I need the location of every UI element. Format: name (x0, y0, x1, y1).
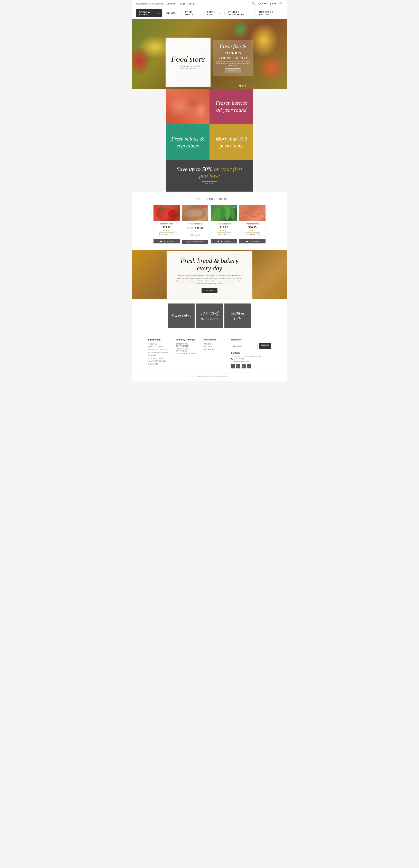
footer-link-advanced-search[interactable]: ADVANCED SEARCH (148, 360, 172, 362)
products-grid: Fresh tomatoes $19.72 ★★★★☆ add to cart … (136, 205, 283, 244)
my-wishlist-link[interactable]: My Wishlist (151, 2, 163, 5)
subscribe-input[interactable] (231, 343, 258, 349)
footer-link-privacy[interactable]: PRIVACY POLICY (148, 346, 172, 348)
footer-why-title: Why buy from us: (176, 338, 199, 341)
my-account-link[interactable]: My Account (136, 2, 148, 5)
nav-item-fresh-meats[interactable]: Fresh Meats (182, 9, 203, 17)
product-price-steak: $25.25 (195, 226, 203, 229)
product-price-old-steak: $28.90 (187, 227, 193, 229)
footer-link-delivery[interactable]: DELIVERY INFORMATION (148, 351, 172, 353)
wishlist-label-steak: add to wishlist (193, 241, 203, 243)
footer-account-title: My account: (203, 338, 227, 341)
compare-icon-tomatoes[interactable]: ⇄ (160, 240, 162, 242)
compare-icon-shrimps[interactable]: ⇄ (246, 240, 248, 242)
cart-icon[interactable]: 🛒 (279, 2, 283, 5)
footer-copyright: © 2016 Magento Demo Store. All Rights Re… (136, 373, 283, 377)
wishlist-icon-shrimps[interactable]: ♥ (249, 240, 250, 242)
add-to-cart-cucumbers[interactable]: add to cart 🛒 (217, 232, 231, 236)
main-nav: Bread & Bakery ▾ | Drinks ▾ | Fresh Meat… (132, 7, 287, 19)
product-card-steak: sale Frozen pork steak $28.90 $25.25 ★★★… (182, 205, 208, 244)
category-blocks: Sweet cakes 30 kinds of ice creams Sushi… (132, 300, 287, 332)
checkout-link[interactable]: Checkout (167, 2, 176, 5)
blog-link[interactable]: Blog (189, 2, 194, 5)
product-stars-cucumbers: ★★★★☆ (212, 229, 236, 231)
wishlist-icon-steak[interactable]: ♥ (190, 241, 191, 243)
category-block-ice-cream[interactable]: 30 kinds of ice creams (196, 304, 223, 328)
carousel-dot-2[interactable] (242, 85, 244, 87)
footer-link-search-terms[interactable]: SEARCH TERMS (148, 357, 172, 359)
product-actions-steak: ⇄ ♥ add to wishlist (182, 240, 208, 244)
footer-contact-phone: 📞 8-423-555-20-14 (231, 358, 271, 360)
bakery-banner: Fresh bread & bakery every day Lorem ips… (132, 250, 287, 300)
compare-label-cucumbers: compare (223, 240, 230, 242)
category-label-cakes: Sweet cakes (172, 313, 191, 318)
add-to-cart-steak[interactable]: add to cart 🛒 (188, 233, 202, 237)
footer-link-satisfaction[interactable]: SATISFACTION GUARANTEED (176, 343, 199, 347)
bakery-button[interactable]: click here > (202, 288, 217, 293)
carousel-dot-1[interactable] (239, 85, 241, 87)
hero-fish-description: Lorem dolor sit amctconsectetur adipisci… (216, 60, 250, 66)
subscribe-button[interactable]: subscribe > (259, 343, 271, 349)
social-linkedin[interactable]: in (242, 364, 246, 368)
bakery-title: Fresh bread & bakery every day (175, 257, 244, 272)
hero-fish-button[interactable]: click here > (225, 68, 241, 73)
category-block-sushi[interactable]: Sushi & rolls (225, 304, 251, 328)
promo-cell-salads[interactable]: Fresh salads & vegetables (166, 124, 210, 160)
currency-select[interactable]: $ ▾ (269, 2, 276, 5)
compare-icon-cucumbers[interactable]: ⇄ (217, 240, 219, 242)
language-select[interactable]: EN ▾ (258, 2, 267, 5)
promo-cell-pasta[interactable]: More than 300 pasta items (210, 124, 253, 160)
promo-grid: Frozen berries all year round Fresh sala… (166, 89, 253, 160)
compare-icon-steak[interactable]: ⇄ (187, 241, 189, 243)
featured-section: FEATURED PRODUCTS: Fresh tomatoes $ (132, 192, 287, 250)
top-bar-links: My Account | My Wishlist | Checkout | Lo… (136, 2, 194, 5)
hero-subtitle: THE BEST YOU CAN FIND ON THE WEB (175, 65, 202, 69)
footer-col-newsletter: Newsletter: subscribe > Contacts: 📍 57/5… (231, 338, 271, 368)
wishlist-icon-cucumbers[interactable]: ♥ (221, 240, 222, 242)
nav-item-fresh-fish[interactable]: Fresh Fish ▾ (204, 9, 224, 17)
wishlist-icon-tomatoes[interactable]: ♥ (163, 240, 165, 242)
product-price-row-steak: $28.90 $25.25 (183, 226, 207, 229)
product-name-shrimps: Frozen shrimps (241, 223, 264, 225)
footer-contact-address: 📍 57/5 Manners Street Daegu City 758 (231, 355, 271, 358)
promo-cell-salmon[interactable] (166, 89, 210, 124)
add-to-cart-tomatoes[interactable]: add to cart 🛒 (159, 232, 174, 236)
carousel-dot-3[interactable] (245, 85, 246, 87)
footer-link-contacts[interactable]: CONTACTS (148, 363, 172, 365)
footer-columns: Information: ABOUT US PRIVACY POLICY PRO… (148, 338, 271, 368)
footer-contacts: Contacts: 📍 57/5 Manners Street Daegu Ci… (231, 352, 271, 363)
category-block-cakes[interactable]: Sweet cakes (168, 304, 194, 328)
bakery-white-box: Fresh bread & bakery every day Lorem ips… (167, 251, 252, 299)
svg-point-10 (225, 207, 231, 220)
nav-item-fruits-vegetables[interactable]: Fruits & Vegetables (225, 9, 255, 17)
search-icon[interactable]: 🔍 (252, 2, 255, 5)
save-button[interactable]: click here > (202, 181, 217, 186)
social-twitter[interactable]: t (247, 364, 251, 368)
footer-link-orders[interactable]: ORDERS (203, 343, 227, 345)
add-to-cart-shrimps[interactable]: add to cart 🛒 (245, 232, 260, 236)
promo-cell-berries[interactable]: Frozen berries all year round (210, 89, 253, 124)
footer-link-profile[interactable]: MY PROFILE (203, 349, 227, 351)
bakery-description: Lorem ipsum dolor sit amctconsectetur ad… (175, 275, 244, 285)
footer-link-brands[interactable]: BRANDS (148, 354, 172, 356)
footer-link-money-back[interactable]: MONEY BACK GUARANTEE (176, 348, 199, 352)
login-link[interactable]: Login (180, 2, 186, 5)
shrimp-illustration (239, 205, 266, 221)
social-google-plus[interactable]: g+ (236, 364, 240, 368)
nav-item-bread-bakery[interactable]: Bread & Bakery ▾ (136, 9, 162, 17)
nav-item-drinks[interactable]: Drinks ▾ (163, 11, 181, 16)
product-card-cucumbers: new Fresh cucumbers $19.72 ★★★★☆ add to … (211, 205, 237, 244)
save-banner: Save up to 50% on your first purchase cl… (166, 160, 253, 192)
promo-pasta-title: More than 300 pasta items (214, 135, 249, 149)
subscribe-row: subscribe > (231, 343, 271, 349)
footer-link-about[interactable]: ABOUT US (148, 343, 172, 345)
hero-fish-more: MORE THAN 100 ITEMS (219, 57, 247, 59)
footer-link-wishlist[interactable]: WISHLIST (203, 346, 227, 348)
product-info-cucumbers: Fresh cucumbers $19.72 ★★★★☆ add to cart… (211, 221, 237, 239)
footer-link-sale[interactable]: PRODUCTS ON SALE (148, 349, 172, 351)
nav-item-grocery-frozen[interactable]: Grocery & Frozen (256, 9, 283, 17)
footer-link-privacy-protected[interactable]: PRIVACY PROTECTED (176, 353, 199, 355)
social-facebook[interactable]: f (231, 364, 235, 368)
compare-label-shrimps: compare (252, 240, 259, 242)
location-icon: 📍 (231, 355, 233, 358)
